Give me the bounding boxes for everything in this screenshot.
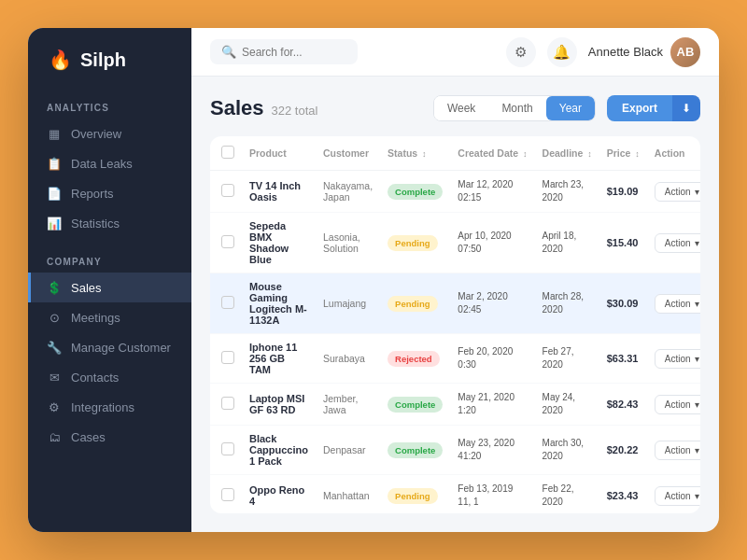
action-button-4[interactable]: Action ▾ [655, 395, 700, 414]
cell-customer: Nakayama, Japan [316, 171, 380, 213]
sidebar-item-cases[interactable]: 🗂 Cases [28, 422, 191, 452]
cell-action: Action ▾ [647, 273, 700, 334]
avatar: AB [670, 37, 700, 67]
row-checkbox-0[interactable] [221, 184, 234, 197]
meetings-icon: ⊙ [47, 310, 62, 325]
cell-status: Pending [380, 475, 450, 514]
settings-button[interactable]: ⚙ [506, 37, 536, 67]
action-button-5[interactable]: Action ▾ [655, 441, 700, 460]
cell-product: Iphone 11 256 GB TAM [242, 334, 316, 384]
cell-action: Action ▾ [647, 334, 700, 384]
notifications-button[interactable]: 🔔 [547, 37, 577, 67]
cell-customer: Jember, Jawa [316, 384, 380, 426]
filter-week-button[interactable]: Week [434, 96, 488, 120]
sidebar-item-manage-customer[interactable]: 🔧 Manage Customer [28, 332, 191, 362]
cell-deadline: March 30, 2020 [535, 426, 599, 475]
cell-product: TV 14 Inch Oasis [242, 171, 316, 213]
cell-status: Complete [380, 171, 450, 213]
search-input[interactable] [242, 46, 346, 59]
sidebar-item-overview[interactable]: ▦ Overview [28, 119, 191, 148]
product-name: Iphone 11 256 GB TAM [249, 342, 297, 375]
cell-action: Action ▾ [647, 426, 700, 475]
action-button-6[interactable]: Action ▾ [655, 486, 700, 506]
search-box[interactable]: 🔍 [210, 39, 358, 64]
sidebar-item-integrations[interactable]: ⚙ Integrations [28, 392, 191, 422]
sidebar-item-data-leaks[interactable]: 📋 Data Leaks [28, 148, 191, 178]
cell-price: $30.09 [599, 273, 647, 334]
cases-icon: 🗂 [47, 429, 62, 444]
cell-created: Feb 20, 20200:30 [450, 334, 534, 384]
row-checkbox-5[interactable] [221, 442, 234, 455]
cell-created: May 23, 202041:20 [450, 426, 534, 475]
chevron-down-icon: ▾ [695, 445, 699, 455]
cell-action: Action ▾ [647, 384, 700, 426]
cell-deadline: April 18, 2020 [535, 213, 599, 273]
status-badge: Complete [388, 397, 443, 413]
sidebar-item-sales[interactable]: 💲 Sales [28, 273, 191, 302]
customer-name: Lumajang [323, 298, 366, 309]
customer-name: Surabaya [323, 353, 365, 364]
chevron-down-icon: ▾ [695, 491, 699, 501]
action-button-2[interactable]: Action ▾ [655, 294, 700, 314]
select-all-checkbox[interactable] [221, 146, 234, 159]
table-row: Sepeda BMX Shadow Blue Lasonia, Solution… [210, 213, 700, 273]
row-checkbox-1[interactable] [221, 235, 234, 248]
user-menu[interactable]: Annette Black AB [588, 37, 700, 67]
sidebar-item-statistics[interactable]: 📊 Statistics [28, 208, 191, 238]
cell-action: Action ▾ [647, 213, 700, 273]
cell-action: Action ▾ [647, 171, 700, 213]
export-button[interactable]: Export [607, 95, 672, 121]
filter-year-button[interactable]: Year [546, 96, 595, 120]
sidebar-item-label: Meetings [71, 311, 120, 325]
sidebar-item-contacts[interactable]: ✉ Contacts [28, 362, 191, 392]
sidebar-item-meetings[interactable]: ⊙ Meetings [28, 302, 191, 332]
customer-name: Jember, Jawa [323, 393, 358, 415]
created-sort-icon: ↕ [523, 149, 528, 159]
status-badge: Complete [388, 184, 443, 200]
customer-name: Lasonia, Solution [323, 231, 360, 254]
action-button-1[interactable]: Action ▾ [655, 233, 700, 253]
cell-customer: Manhattan [316, 475, 380, 514]
sidebar-item-label: Statistics [71, 217, 120, 231]
row-checkbox-3[interactable] [221, 351, 234, 364]
cell-customer: Denpasar [316, 426, 380, 475]
created-date: Mar 12, 202002:15 [458, 179, 513, 203]
action-button-0[interactable]: Action ▾ [655, 182, 700, 202]
col-price: Price ↕ [599, 136, 647, 171]
sidebar-item-reports[interactable]: 📄 Reports [28, 178, 191, 208]
status-badge: Pending [388, 296, 437, 312]
content-area: Sales 322 total Week Month Year Export ⬇ [191, 77, 719, 532]
analytics-section-label: ANALYTICS [28, 95, 191, 119]
sidebar-logo: 🔥 Silph [28, 47, 191, 95]
created-date: May 23, 202041:20 [458, 438, 514, 461]
overview-icon: ▦ [47, 126, 62, 141]
cell-customer: Lumajang [316, 273, 380, 334]
integrations-icon: ⚙ [47, 399, 62, 414]
action-button-3[interactable]: Action ▾ [655, 349, 700, 369]
cell-customer: Lasonia, Solution [316, 213, 380, 273]
filter-month-button[interactable]: Month [488, 96, 545, 120]
price-value: $20.22 [607, 444, 639, 455]
export-download-button[interactable]: ⬇ [672, 95, 700, 121]
cell-product: Sepeda BMX Shadow Blue [242, 213, 316, 273]
cell-action: Action ▾ [647, 475, 700, 514]
deadline-date: March 28, 2020 [543, 291, 584, 315]
chevron-down-icon: ▾ [695, 299, 699, 309]
col-product: Product [242, 136, 316, 171]
row-checkbox-6[interactable] [221, 488, 234, 501]
table-row: Black Cappuccino 1 Pack Denpasar Complet… [210, 426, 700, 475]
content-header: Sales 322 total Week Month Year Export ⬇ [210, 95, 700, 121]
table-header-row: Product Customer Status ↕ Created Date ↕… [210, 136, 700, 171]
table-row: TV 14 Inch Oasis Nakayama, Japan Complet… [210, 171, 700, 213]
logo-flame-icon: 🔥 [47, 47, 73, 73]
sidebar-item-label: Reports [71, 187, 114, 201]
col-customer: Customer [316, 136, 380, 171]
row-checkbox-4[interactable] [221, 397, 234, 410]
table-row: Iphone 11 256 GB TAM Surabaya Rejected F… [210, 334, 700, 384]
chevron-down-icon: ▾ [695, 238, 699, 248]
cell-created: Feb 13, 201911, 1 [450, 475, 534, 514]
row-checkbox-2[interactable] [221, 296, 234, 309]
customer-name: Denpasar [323, 444, 366, 455]
sidebar-item-label: Manage Customer [71, 341, 171, 355]
avatar-image: AB [670, 37, 700, 67]
